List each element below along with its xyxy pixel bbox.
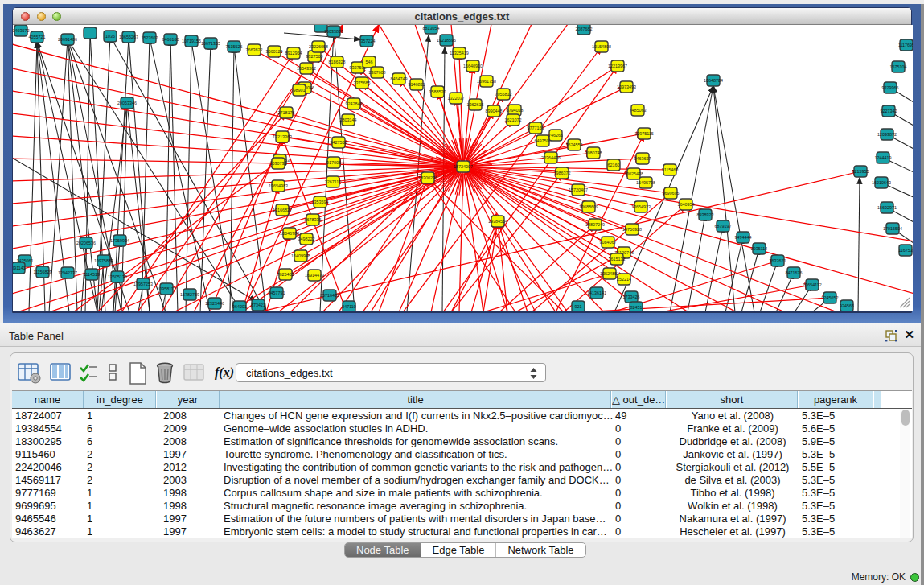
svg-text:3498222: 3498222 (298, 237, 315, 241)
svg-text:873421: 873421 (251, 303, 265, 307)
svg-text:62160: 62160 (608, 163, 620, 167)
svg-text:3375685: 3375685 (354, 80, 371, 85)
svg-text:10154808: 10154808 (592, 44, 611, 49)
svg-text:9474444: 9474444 (735, 235, 752, 240)
svg-text:2718176: 2718176 (278, 110, 295, 115)
svg-text:9146821: 9146821 (409, 82, 425, 87)
svg-text:7485063: 7485063 (630, 108, 647, 113)
svg-text:1036: 1036 (105, 34, 115, 39)
svg-text:17016504: 17016504 (883, 226, 902, 231)
svg-text:1621072: 1621072 (505, 117, 522, 122)
svg-text:247110: 247110 (342, 304, 356, 309)
svg-text:1030733: 1030733 (270, 161, 287, 166)
svg-text:4055721: 4055721 (29, 35, 46, 39)
svg-text:8678335: 8678335 (305, 217, 322, 222)
svg-text:7663822: 7663822 (246, 47, 263, 52)
svg-text:18807249: 18807249 (585, 222, 605, 227)
svg-text:8813054: 8813054 (423, 26, 440, 31)
svg-text:3215955: 3215955 (852, 169, 869, 174)
svg-text:9227342: 9227342 (881, 109, 897, 113)
svg-text:1322037: 1322037 (448, 96, 465, 101)
svg-text:2803144: 2803144 (340, 117, 357, 122)
svg-text:2087682: 2087682 (576, 27, 593, 31)
svg-text:116753: 116753 (898, 248, 913, 253)
svg-text:6879197: 6879197 (715, 224, 732, 229)
svg-text:2935114: 2935114 (751, 246, 768, 251)
svg-text:1117695: 1117695 (898, 43, 913, 47)
svg-text:16914479: 16914479 (305, 273, 324, 278)
svg-text:12213363: 12213363 (273, 134, 292, 139)
svg-text:1575104: 1575104 (890, 64, 907, 69)
svg-text:1527602: 1527602 (142, 35, 158, 40)
svg-text:10688609: 10688609 (579, 204, 598, 209)
svg-text:16782759: 16782759 (180, 292, 199, 297)
svg-text:9427552: 9427552 (331, 140, 347, 145)
svg-text:9327500: 9327500 (306, 54, 323, 59)
svg-text:12093872: 12093872 (877, 132, 897, 137)
svg-text:12505135: 12505135 (108, 274, 127, 279)
svg-text:9457791: 9457791 (269, 290, 285, 295)
svg-text:3267110: 3267110 (325, 179, 342, 184)
svg-text:10719155: 10719155 (182, 39, 201, 43)
svg-text:19654983: 19654983 (269, 183, 288, 188)
svg-text:3660124: 3660124 (266, 49, 283, 54)
svg-text:921: 921 (575, 304, 582, 309)
svg-text:8454749: 8454749 (391, 76, 408, 81)
svg-text:18300295: 18300295 (418, 175, 437, 180)
svg-text:20206536: 20206536 (76, 241, 96, 245)
svg-text:17359934: 17359934 (110, 238, 129, 243)
svg-text:16543362: 16543362 (297, 66, 316, 71)
svg-text:20053346: 20053346 (117, 101, 137, 105)
svg-text:746266: 746266 (548, 133, 563, 138)
svg-text:9329966: 9329966 (882, 85, 899, 90)
svg-text:1353594: 1353594 (312, 200, 329, 204)
svg-text:6497508: 6497508 (535, 138, 552, 143)
svg-text:10671355: 10671355 (201, 41, 220, 46)
svg-text:3624554: 3624554 (566, 142, 583, 147)
svg-text:15716485: 15716485 (320, 293, 339, 298)
svg-text:12323446: 12323446 (205, 301, 224, 306)
svg-text:15495798: 15495798 (636, 180, 655, 185)
svg-text:14136141: 14136141 (587, 290, 606, 295)
svg-text:12213967: 12213967 (608, 64, 627, 68)
svg-text:23226058: 23226058 (309, 44, 328, 49)
svg-text:1403572: 1403572 (13, 28, 30, 33)
svg-text:1640954: 1640954 (678, 202, 695, 207)
svg-text:7632621: 7632621 (770, 258, 786, 263)
svg-text:19384554: 19384554 (488, 219, 507, 224)
svg-text:19218596: 19218596 (437, 38, 456, 43)
svg-text:8990448: 8990448 (486, 109, 503, 113)
svg-text:6794028: 6794028 (507, 108, 524, 113)
svg-text:10046788: 10046788 (280, 231, 299, 236)
svg-text:924565: 924565 (840, 303, 854, 308)
svg-text:917006: 917006 (326, 160, 341, 165)
svg-text:82451: 82451 (630, 305, 643, 310)
svg-text:7357224: 7357224 (359, 39, 376, 43)
svg-text:8912954: 8912954 (285, 51, 302, 56)
svg-text:f(x): f(x) (215, 365, 234, 380)
svg-text:391141: 391141 (13, 266, 26, 270)
svg-text:7515526: 7515526 (226, 44, 243, 49)
svg-text:12942737: 12942737 (58, 270, 77, 275)
svg-text:6466160: 6466160 (162, 37, 179, 42)
svg-text:1080748: 1080748 (585, 150, 602, 155)
svg-text:16033809: 16033809 (324, 29, 343, 34)
svg-text:964201: 964201 (232, 304, 247, 309)
svg-text:13524851: 13524851 (600, 271, 619, 276)
svg-text:1615132: 1615132 (609, 257, 626, 262)
svg-text:10655267: 10655267 (119, 35, 138, 39)
svg-text:10975887: 10975887 (94, 258, 113, 263)
svg-text:8186328: 8186328 (329, 60, 346, 64)
svg-text:1588520: 1588520 (429, 89, 446, 94)
svg-text:7955812: 7955812 (495, 92, 512, 97)
svg-text:15720407: 15720407 (569, 187, 588, 192)
svg-text:18724007: 18724007 (454, 164, 473, 169)
svg-text:98901: 98901 (294, 88, 306, 93)
svg-text:13654923: 13654923 (631, 204, 651, 209)
svg-text:9777169: 9777169 (528, 126, 544, 130)
svg-text:11156829: 11156829 (33, 270, 51, 274)
svg-text:8471676: 8471676 (786, 270, 803, 275)
svg-text:7625402: 7625402 (277, 272, 294, 277)
svg-text:16409948: 16409948 (291, 253, 310, 258)
svg-text:546: 546 (366, 60, 373, 64)
